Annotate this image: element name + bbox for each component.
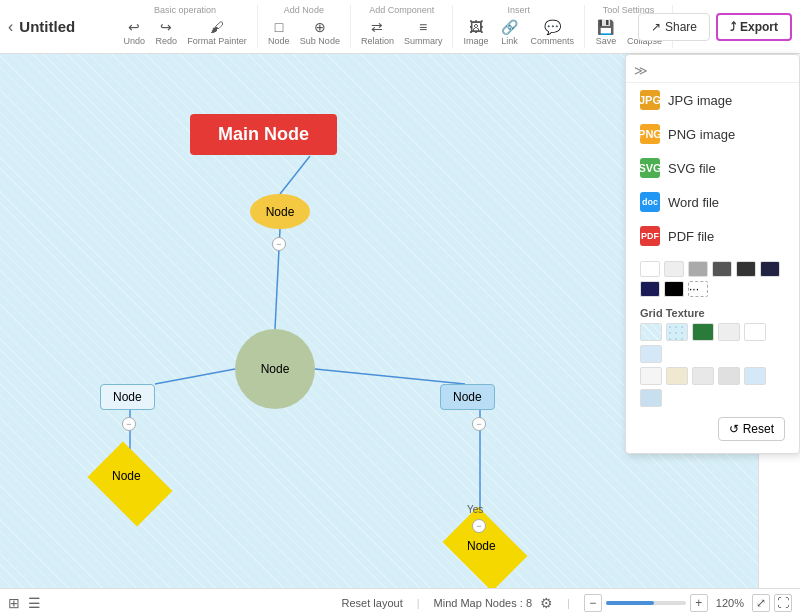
collapse-toggle-1[interactable]: − xyxy=(272,237,286,251)
node-oval[interactable]: Node xyxy=(250,194,310,229)
export-png-item[interactable]: PNG PNG image xyxy=(626,117,799,151)
zoom-out-button[interactable]: − xyxy=(584,594,602,612)
list-view-icon[interactable]: ☰ xyxy=(28,595,41,611)
jpg-icon: JPG xyxy=(640,90,660,110)
save-button[interactable]: 💾Save xyxy=(591,17,621,48)
swatch-lightgray[interactable] xyxy=(664,261,684,277)
swatch-white[interactable] xyxy=(640,261,660,277)
export-pdf-item[interactable]: PDF PDF file xyxy=(626,219,799,253)
swatch-navy[interactable] xyxy=(640,281,660,297)
share-icon: ↗ xyxy=(651,20,661,34)
export-button[interactable]: ⤴ Export xyxy=(716,13,792,41)
save-label: Save xyxy=(596,36,617,46)
texture-2[interactable] xyxy=(666,323,688,341)
node-button[interactable]: □Node xyxy=(264,17,294,48)
toolbar-group-add-component: Add Component ⇄Relation ≡Summary xyxy=(357,5,454,48)
toolbar-group-add-node: Add Node □Node ⊕Sub Node xyxy=(264,5,351,48)
grid-view-icon[interactable]: ⊞ xyxy=(8,595,20,611)
format-painter-button[interactable]: 🖌Format Painter xyxy=(183,17,251,48)
swatch-darkblue[interactable] xyxy=(760,261,780,277)
swatch-gray[interactable] xyxy=(688,261,708,277)
swatch-black[interactable] xyxy=(664,281,684,297)
swatch-verydarkgray[interactable] xyxy=(736,261,756,277)
doc-title: Untitled xyxy=(19,18,99,35)
texture-4[interactable] xyxy=(718,323,740,341)
reset-button[interactable]: ↺ Reset xyxy=(718,417,785,441)
svg-icon: SVG xyxy=(640,158,660,178)
texture-6[interactable] xyxy=(640,345,662,363)
main-node[interactable]: Main Node xyxy=(190,114,337,155)
undo-button[interactable]: ↩Undo xyxy=(119,17,149,48)
summary-button[interactable]: ≡Summary xyxy=(400,17,447,48)
export-panel: ≫ JPG JPG image PNG PNG image SVG SVG fi… xyxy=(625,54,800,454)
node-circle-label: Node xyxy=(261,362,290,376)
texture-9[interactable] xyxy=(692,367,714,385)
comments-button[interactable]: 💬Comments xyxy=(526,17,578,48)
collapse-toggle-3[interactable]: − xyxy=(472,417,486,431)
swatch-darkgray[interactable] xyxy=(712,261,732,277)
texture-3[interactable] xyxy=(692,323,714,341)
texture-5[interactable] xyxy=(744,323,766,341)
settings-icon[interactable]: ⚙ xyxy=(540,595,553,611)
image-button[interactable]: 🖼Image xyxy=(459,17,492,48)
link-icon: 🔗 xyxy=(501,19,518,35)
redo-button[interactable]: ↪Redo xyxy=(151,17,181,48)
save-icon: 💾 xyxy=(597,19,614,35)
export-icon: ⤴ xyxy=(730,20,736,34)
color-swatches-section: ··· xyxy=(626,253,799,305)
share-button[interactable]: ↗ Share xyxy=(638,13,710,41)
comments-icon: 💬 xyxy=(544,19,561,35)
add-node-icons: □Node ⊕Sub Node xyxy=(264,17,344,48)
separator-2: | xyxy=(567,597,570,609)
fullscreen-button[interactable]: ⛶ xyxy=(774,594,792,612)
swatch-more[interactable]: ··· xyxy=(688,281,708,297)
group-label-add-component: Add Component xyxy=(369,5,434,15)
zoom-slider[interactable] xyxy=(606,601,686,605)
main-node-label: Main Node xyxy=(218,124,309,144)
reset-label: Reset xyxy=(743,422,774,436)
sub-node-label: Sub Node xyxy=(300,36,340,46)
svg-label: SVG file xyxy=(668,161,716,176)
fit-screen-button[interactable]: ⤢ xyxy=(752,594,770,612)
texture-7[interactable] xyxy=(640,367,662,385)
back-button[interactable]: ‹ xyxy=(8,18,13,36)
format-painter-icon: 🖌 xyxy=(210,19,224,35)
node-icon: □ xyxy=(275,19,283,35)
texture-8[interactable] xyxy=(666,367,688,385)
node-diamond-left[interactable] xyxy=(88,442,173,527)
sub-node-button[interactable]: ⊕Sub Node xyxy=(296,17,344,48)
node-rect-left[interactable]: Node xyxy=(100,384,155,410)
texture-1[interactable] xyxy=(640,323,662,341)
pdf-label: PDF file xyxy=(668,229,714,244)
grid-texture-title: Grid Texture xyxy=(626,305,799,323)
reset-button-area: ↺ Reset xyxy=(626,411,799,447)
node-label: Node xyxy=(268,36,290,46)
svg-line-3 xyxy=(315,369,465,384)
reset-layout-label[interactable]: Reset layout xyxy=(342,597,403,609)
swatches-row: ··· xyxy=(640,261,785,297)
group-label-basic: Basic operation xyxy=(154,5,216,15)
collapse-toggle-2[interactable]: − xyxy=(122,417,136,431)
relation-button[interactable]: ⇄Relation xyxy=(357,17,398,48)
texture-11[interactable] xyxy=(744,367,766,385)
node-diamond-right-label: Node xyxy=(467,539,496,553)
node-circle[interactable]: Node xyxy=(235,329,315,409)
summary-icon: ≡ xyxy=(419,19,427,35)
export-svg-item[interactable]: SVG SVG file xyxy=(626,151,799,185)
relation-icon: ⇄ xyxy=(371,19,383,35)
add-component-icons: ⇄Relation ≡Summary xyxy=(357,17,447,48)
bottom-bar: ⊞ ☰ Reset layout | Mind Map Nodes : 8 ⚙ … xyxy=(0,588,800,616)
export-jpg-item[interactable]: JPG JPG image xyxy=(626,83,799,117)
panel-expand-icon[interactable]: ≫ xyxy=(634,63,648,78)
texture-10[interactable] xyxy=(718,367,740,385)
texture-12[interactable] xyxy=(640,389,662,407)
word-label: Word file xyxy=(668,195,719,210)
comments-label: Comments xyxy=(530,36,574,46)
jpg-label: JPG image xyxy=(668,93,732,108)
pdf-icon: PDF xyxy=(640,226,660,246)
link-button[interactable]: 🔗Link xyxy=(494,17,524,48)
node-rect-right[interactable]: Node xyxy=(440,384,495,410)
export-word-item[interactable]: doc Word file xyxy=(626,185,799,219)
zoom-in-button[interactable]: + xyxy=(690,594,708,612)
collapse-toggle-4[interactable]: − xyxy=(472,519,486,533)
